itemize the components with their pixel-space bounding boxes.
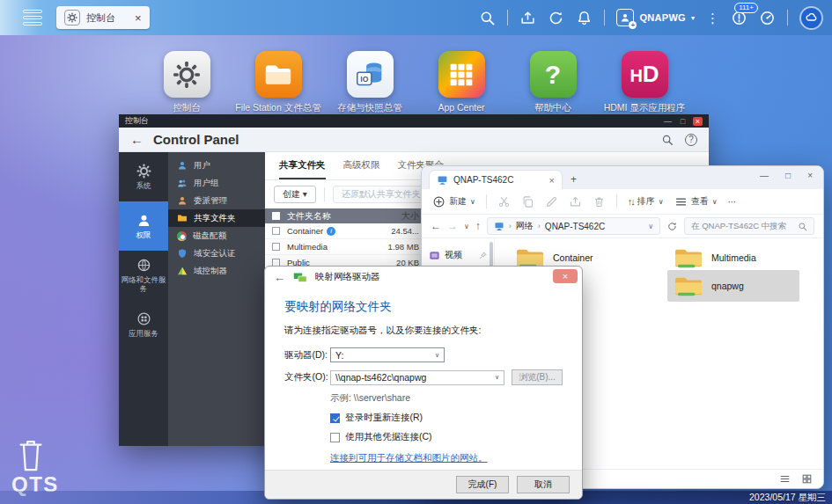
divider [604,10,605,26]
minimize-icon[interactable]: — [663,117,673,126]
close-icon[interactable]: × [807,171,813,180]
delete-icon[interactable] [593,195,606,208]
subnav-item-users[interactable]: 用户 [168,157,265,174]
sidebar-item-videos[interactable]: 视频 [422,245,494,265]
more-options-icon[interactable]: ⋯ [728,197,737,207]
reconnect-checkbox[interactable] [330,413,340,423]
taskbar-tab-control-panel[interactable]: 控制台 × [56,6,150,29]
credentials-checkbox-row[interactable]: 使用其他凭据连接(C) [330,431,563,443]
history-chevron-icon[interactable]: ∨ [464,223,469,230]
user-menu[interactable]: + QNAPWG ▾ [616,9,695,26]
back-arrow-icon[interactable]: ← [431,220,441,232]
background-tasks-button[interactable]: 111+ [731,10,747,26]
nav-item-system[interactable]: 系统 [119,152,168,201]
more-options-icon[interactable]: ⋮ [706,11,719,25]
nav-item-applications[interactable]: 应用服务 [119,300,168,349]
forward-arrow-icon[interactable]: → [447,220,458,232]
breadcrumb-current[interactable]: QNAP-TS462C [545,222,605,231]
desktop-icon-control-panel[interactable]: 控制台 [141,51,232,113]
refresh-icon[interactable] [666,221,678,232]
divider [486,194,487,208]
desktop-icon-file-station[interactable]: File Station 文件总管 [232,51,324,113]
back-arrow-icon[interactable]: ← [130,132,144,147]
folder-item-multimedia[interactable]: Multimedia [667,242,799,274]
close-icon[interactable]: × [553,269,578,283]
tab-advanced-permissions[interactable]: 高级权限 [343,159,380,179]
system-date[interactable]: 2023/05/17 星期三 [749,491,826,504]
browse-button[interactable]: 浏览(B)... [512,369,563,385]
page-title: Control Panel [153,132,239,147]
back-arrow-icon[interactable]: ← [274,271,285,284]
select-all-checkbox[interactable] [272,212,280,220]
subnav-item-user-groups[interactable]: 用户组 [168,174,265,192]
reconnect-checkbox-row[interactable]: 登录时重新连接(R) [330,412,563,424]
view-button[interactable]: 查看∨ [674,195,718,208]
resource-monitor-icon[interactable] [759,10,776,26]
share-icon[interactable] [569,195,582,208]
explorer-search-input[interactable]: 在 QNAP-TS462C 中搜索 [684,217,814,235]
main-menu-button[interactable] [23,10,42,26]
subnav-item-domain-security[interactable]: 域安全认证 [168,245,265,262]
restore-default-button[interactable]: 还原默认共享文件夹 [333,186,430,203]
desktop-icon-app-center[interactable]: App Center [416,51,507,113]
share-icon[interactable] [519,10,536,26]
tab-shared-folders[interactable]: 共享文件夹 [279,159,326,179]
finish-button[interactable]: 完成(F) [456,476,509,493]
address-breadcrumb[interactable]: › 网络 › QNAP-TS462C ∨ [487,217,660,235]
row-checkbox[interactable] [272,243,280,251]
sort-button[interactable]: ↑↓ 排序∨ [628,195,664,208]
copy-icon[interactable] [521,195,534,208]
subnav-item-shared-folders[interactable]: 共享文件夹 [168,209,265,227]
info-icon[interactable]: i [327,227,335,236]
desktop-icons: 控制台 File Station 文件总管 存储与快照总管 App Center… [141,51,690,113]
large-icons-view-icon[interactable] [801,473,813,485]
search-icon[interactable] [479,10,496,26]
dialog-titlebar[interactable]: ← 映射网络驱动器 × [265,267,582,288]
computer-icon [494,221,504,231]
details-view-icon[interactable] [779,473,791,485]
minimize-icon[interactable]: — [760,171,769,180]
sort-arrows-icon: ↑↓ [628,196,634,207]
connect-website-link[interactable]: 连接到可用于存储文档和图片的网站。 [330,452,488,464]
restore-icon[interactable]: □ [785,171,791,180]
subnav-item-domain-controller[interactable]: 域控制器 [168,262,265,280]
desktop-icon-storage-snapshots[interactable]: 存储与快照总管 [324,51,416,113]
sync-icon[interactable] [548,10,564,26]
myqnapcloud-button[interactable] [799,6,823,30]
credentials-checkbox[interactable] [330,433,340,442]
dialog-heading: 要映射的网络文件夹 [284,299,563,315]
nav-item-network-file-services[interactable]: 网络和文件服务 [119,251,168,300]
nav-item-privilege[interactable]: 权限 [119,201,168,251]
explorer-tabstrip[interactable]: QNAP-TS462C × + — □ × [422,166,823,189]
close-icon[interactable]: × [693,117,703,126]
drive-letter-select[interactable]: Y: ∨ [330,347,445,362]
create-button[interactable]: 创建 ▾ [274,186,316,203]
chevron-down-icon[interactable]: ∨ [648,223,653,230]
subnav-item-delegated-administration[interactable]: 委派管理 [168,192,265,209]
drive-label: 驱动器(D): [284,349,330,362]
up-arrow-icon[interactable]: ↑ [475,220,481,232]
notifications-bell-icon[interactable] [576,10,593,26]
rename-icon[interactable] [545,195,558,208]
close-icon[interactable]: × [135,12,142,24]
cancel-button[interactable]: 取消 [517,476,570,493]
row-checkbox[interactable] [272,227,280,235]
folder-item-qnapwg[interactable]: qnapwg [667,270,799,302]
cut-icon[interactable] [497,195,511,208]
breadcrumb-network[interactable]: 网络 [516,220,534,232]
search-icon[interactable] [661,134,674,146]
desktop-icon-help-center[interactable]: ? 帮助中心 [507,51,599,113]
help-icon[interactable]: ? [685,134,697,146]
subnav-item-quota[interactable]: 磁盘配额 [168,227,265,245]
new-button[interactable]: 新建∨ [432,195,475,208]
maximize-icon[interactable]: □ [678,117,688,126]
control-panel-titlebar[interactable]: 控制台 — □ × [119,114,709,128]
new-tab-button[interactable]: + [571,173,577,186]
user-avatar-icon: + [616,9,634,26]
explorer-tab[interactable]: QNAP-TS462C × [429,170,563,189]
close-icon[interactable]: × [549,175,555,186]
dialog-footer: 完成(F) 取消 [265,470,582,499]
folder-path-input[interactable]: \\qnap-ts462c\qnapwg ∨ [330,370,504,385]
recycle-bin-icon[interactable] [14,433,48,475]
desktop-icon-hdmi-display[interactable]: HD HDMI 显示应用程序 [599,51,690,113]
